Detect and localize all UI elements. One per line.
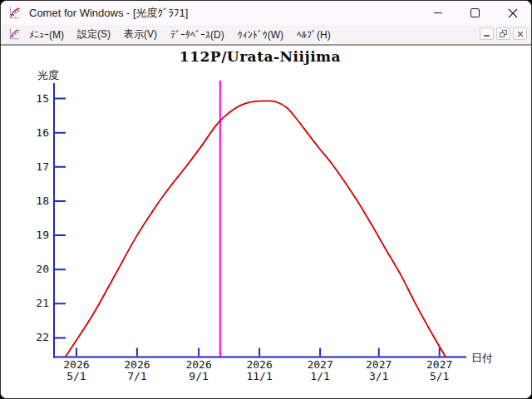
minimize-icon: [434, 12, 442, 13]
restore-icon: [500, 30, 507, 37]
y-tick-label: 16: [17, 126, 49, 139]
x-tick-label: 20265/1: [57, 359, 96, 382]
close-icon: [517, 31, 524, 37]
y-axis-label: 光度: [37, 68, 59, 83]
mdi-minimize-button[interactable]: [480, 27, 494, 40]
x-tick-label: 20267/1: [117, 359, 157, 382]
y-tick-label: 18: [17, 195, 49, 207]
menu-item-window[interactable]: ｳｨﾝﾄﾞｳ(W): [232, 27, 289, 43]
y-tick-label: 19: [17, 229, 49, 241]
y-tick-label: 20: [17, 263, 49, 275]
y-tick-label: 21: [17, 297, 49, 309]
x-tick-label: 20275/1: [420, 359, 460, 382]
x-tick-label: 202611/1: [239, 359, 279, 382]
title-bar: Comet for Windows - [光度ｸﾞﾗﾌ1]: [1, 1, 531, 25]
mdi-child-icon[interactable]: [8, 28, 21, 41]
menu-item-view[interactable]: 表示(V): [118, 25, 163, 44]
menu-item-help[interactable]: ﾍﾙﾌﾟ(H): [291, 27, 337, 43]
y-tick-label: 15: [17, 92, 49, 105]
app-icon: [8, 7, 22, 20]
chart-area: 112P/Urata-Niijima 光度 日付 151617181920212…: [1, 46, 531, 398]
menu-bar: ﾒﾆｭｰ(M) 設定(S) 表示(V) ﾃﾞｰﾀﾍﾞｰｽ(D) ｳｨﾝﾄﾞｳ(W…: [1, 25, 531, 46]
window-title: Comet for Windows - [光度ｸﾞﾗﾌ1]: [29, 6, 188, 21]
app-window: Comet for Windows - [光度ｸﾞﾗﾌ1] ﾒﾆｭｰ(: [0, 0, 532, 399]
menu-item-menu[interactable]: ﾒﾆｭｰ(M): [23, 27, 70, 43]
mdi-close-button[interactable]: [513, 27, 527, 40]
close-icon: [508, 8, 518, 18]
maximize-button[interactable]: [456, 1, 494, 25]
x-tick-label: 20271/1: [300, 359, 340, 382]
minimize-button[interactable]: [419, 1, 456, 25]
chart-title: 112P/Urata-Niijima: [54, 48, 466, 65]
caption-buttons: [419, 1, 531, 25]
maximize-icon: [470, 8, 480, 17]
y-tick-label: 17: [17, 160, 49, 173]
y-tick-label: 22: [17, 331, 49, 343]
x-tick-label: 20273/1: [359, 359, 399, 382]
menu-item-settings[interactable]: 設定(S): [71, 25, 116, 44]
x-axis-label: 日付: [471, 351, 493, 366]
mdi-window-buttons: [480, 27, 527, 40]
mdi-restore-button[interactable]: [496, 27, 510, 40]
light-curve: [66, 101, 446, 357]
x-tick-label: 20269/1: [179, 359, 219, 382]
minimize-icon: [484, 35, 490, 37]
close-button[interactable]: [494, 1, 531, 25]
light-curve-plot: [1, 46, 531, 398]
menu-item-database[interactable]: ﾃﾞｰﾀﾍﾞｰｽ(D): [165, 27, 230, 43]
